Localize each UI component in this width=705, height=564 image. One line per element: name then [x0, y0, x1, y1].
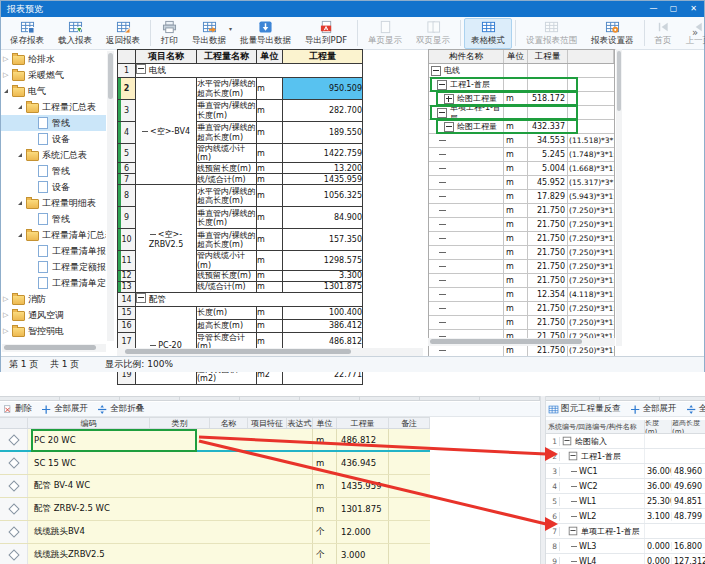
- project-name-cell[interactable]: <空>-ZRBV2.5: [136, 185, 197, 292]
- column-header[interactable]: 编码: [28, 418, 150, 428]
- sidebar-item[interactable]: 设备: [1, 179, 106, 195]
- batch-export-button[interactable]: 批量导出数据: [233, 18, 298, 49]
- component-row[interactable]: 单项工程-1-首层: [429, 106, 614, 120]
- quantity-cell[interactable]: 1435.959: [337, 475, 389, 497]
- detail-row[interactable]: 线缆跳头ZRBV2.5个3.000: [0, 544, 430, 564]
- note-cell[interactable]: [389, 475, 430, 497]
- component-row[interactable]: 电线: [429, 64, 614, 78]
- expand-plus-icon[interactable]: [444, 94, 454, 104]
- quantity-cell[interactable]: 282.700: [283, 100, 363, 122]
- group-header-cell[interactable]: 电线: [136, 64, 363, 78]
- quantity-cell[interactable]: 1422.759: [283, 144, 363, 163]
- export-pdf-button[interactable]: 导出到PDF: [298, 18, 354, 49]
- tree-vertical-scrollbar-thumb[interactable]: [108, 53, 113, 99]
- sidebar-item[interactable]: 工程量汇总表: [1, 99, 106, 115]
- sidebar-item[interactable]: ▷智控弱电: [1, 323, 106, 339]
- column-header[interactable]: 工程量: [528, 50, 568, 63]
- unit-cell[interactable]: m: [257, 100, 283, 122]
- first-page-button[interactable]: 首页: [648, 18, 679, 49]
- unit-cell[interactable]: m: [257, 78, 283, 100]
- component-horizontal-scrollbar-thumb[interactable]: [430, 339, 582, 344]
- sidebar-item[interactable]: 工程量清单报表: [1, 243, 106, 259]
- unit-cell[interactable]: 个: [313, 521, 337, 543]
- row-indicator-cell[interactable]: [0, 544, 28, 564]
- report-horizontal-scrollbar[interactable]: [117, 348, 423, 356]
- row-number[interactable]: 1: [118, 64, 136, 78]
- expand-all-button[interactable]: 全部展开: [630, 403, 677, 415]
- close-button[interactable]: ✕: [687, 3, 700, 15]
- sidebar-item[interactable]: ▷通风空调: [1, 307, 106, 323]
- quantity-name-cell[interactable]: 管内线缆小计(m): [197, 251, 257, 270]
- row-number[interactable]: 10: [118, 229, 136, 251]
- component-row[interactable]: m5.004(1.668)*3*1:管: [429, 162, 614, 176]
- detail-row[interactable]: 配管 BV-4 WCm1435.959: [0, 475, 430, 498]
- collapse-minus-icon[interactable]: [437, 80, 447, 90]
- component-vertical-scrollbar-thumb[interactable]: [617, 51, 621, 111]
- detail-row[interactable]: 线缆跳头BV4个12.000: [0, 521, 430, 544]
- row-indicator-cell[interactable]: [0, 452, 28, 474]
- sidebar-item[interactable]: 工程量明细表: [1, 195, 106, 211]
- quantity-name-cell[interactable]: 管内线缆小计(m): [197, 144, 257, 163]
- tree-horizontal-scrollbar[interactable]: [2, 344, 106, 352]
- component-row[interactable]: 绘图工程量m432.337: [429, 120, 614, 134]
- note-cell[interactable]: [389, 452, 430, 474]
- collapse-minus-icon[interactable]: [569, 527, 578, 536]
- tree-vertical-scrollbar[interactable]: [107, 51, 114, 341]
- sidebar-item[interactable]: ▷采暖燃气: [1, 67, 106, 83]
- column-header[interactable]: 备注: [389, 418, 430, 428]
- component-row[interactable]: m45.952(15.317)*3*1:管: [429, 176, 614, 190]
- lookup-row[interactable]: 1绘图输入: [546, 434, 705, 449]
- lookup-row[interactable]: 6WL23.10048.799: [546, 509, 705, 524]
- component-vertical-scrollbar[interactable]: [616, 49, 622, 346]
- quantity-name-cell[interactable]: 线/缆合计(m): [197, 174, 257, 185]
- unit-cell[interactable]: m: [257, 144, 283, 163]
- lookup-row[interactable]: 4WC236.00049.690: [546, 479, 705, 494]
- unit-cell[interactable]: m: [257, 163, 283, 174]
- quantity-cell[interactable]: 950.509: [283, 78, 363, 100]
- component-row[interactable]: m21.750(7.250)*3*1:管: [429, 302, 614, 316]
- sidebar-item[interactable]: 管线: [1, 115, 106, 131]
- component-row[interactable]: m17.829(5.943)*3*1:管: [429, 190, 614, 204]
- quantity-cell[interactable]: 13.200: [283, 163, 363, 174]
- collapse-minus-icon[interactable]: [136, 293, 146, 303]
- note-cell[interactable]: [389, 521, 430, 543]
- component-row[interactable]: m21.750(7.250)*3*1:管: [429, 316, 614, 330]
- component-row[interactable]: m21.750(7.250)*3*1:管: [429, 274, 614, 288]
- quantity-cell[interactable]: 3.300: [283, 270, 363, 281]
- component-horizontal-scrollbar[interactable]: [428, 338, 615, 346]
- quantity-name-cell[interactable]: 水平管内/裸线的超高长度(m): [197, 78, 257, 100]
- column-header[interactable]: 构件名称: [429, 50, 504, 63]
- lookup-row[interactable]: 2工程1-首层: [546, 449, 705, 464]
- return-report-button[interactable]: 返回报表: [99, 18, 147, 49]
- column-header[interactable]: 超高长度(m): [672, 420, 705, 433]
- sidebar-item[interactable]: 管线: [1, 211, 106, 227]
- toolbar-overflow-chevron-icon[interactable]: »: [692, 27, 698, 38]
- sidebar-item[interactable]: 系统汇总表: [1, 147, 106, 163]
- unit-cell[interactable]: m: [257, 207, 283, 229]
- code-cell[interactable]: 线缆跳头BV4: [28, 521, 313, 543]
- unit-cell[interactable]: m: [257, 185, 283, 207]
- component-row[interactable]: m21.750(7.250)*3*1:管: [429, 232, 614, 246]
- column-header[interactable]: 项目特征: [248, 418, 287, 428]
- component-row[interactable]: m21.750(7.250)*3*1:管: [429, 204, 614, 218]
- quantity-name-cell[interactable]: 垂直管内/裸线的长度(m): [197, 100, 257, 122]
- note-cell[interactable]: [389, 429, 430, 450]
- column-header[interactable]: 系统编号/回路编号/构件名称: [546, 420, 645, 433]
- note-cell[interactable]: [389, 498, 430, 520]
- table-mode-button[interactable]: 表格模式: [464, 18, 512, 49]
- quantity-cell[interactable]: 189.550: [283, 122, 363, 144]
- quantity-cell[interactable]: 12.000: [337, 521, 389, 543]
- print-button[interactable]: 打印: [154, 18, 185, 49]
- row-indicator-cell[interactable]: [0, 429, 28, 450]
- unit-cell[interactable]: m: [257, 251, 283, 270]
- row-number[interactable]: 14: [118, 292, 136, 306]
- lookup-row[interactable]: 3WC136.00048.960: [546, 464, 705, 479]
- unit-cell[interactable]: m: [257, 281, 283, 292]
- unit-cell[interactable]: m: [257, 122, 283, 144]
- code-cell[interactable]: 线缆跳头ZRBV2.5: [28, 544, 313, 564]
- group-header-cell[interactable]: 配管: [136, 292, 363, 306]
- code-cell[interactable]: 配管 BV-4 WC: [28, 475, 313, 497]
- quantity-name-cell[interactable]: 线预留长度(m): [197, 163, 257, 174]
- unit-cell[interactable]: m: [313, 429, 337, 450]
- maximize-button[interactable]: ▢: [667, 3, 680, 15]
